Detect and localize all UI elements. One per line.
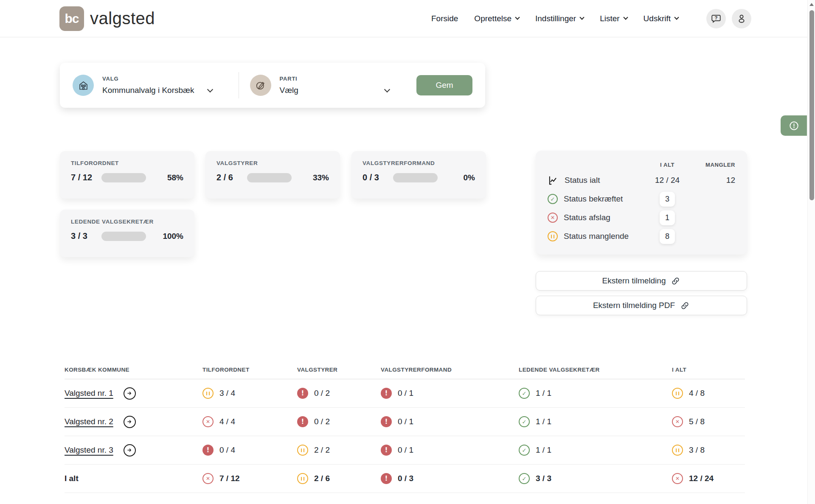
status-row-label: Status ialt — [565, 176, 642, 185]
progress-card-row: 2 / 6 33% — [216, 173, 329, 182]
status-icon — [519, 473, 530, 484]
status-mangler-value: 12 — [693, 176, 735, 185]
cell-value: 3 / 4 — [219, 389, 235, 398]
status-icon — [672, 416, 683, 427]
valgsted-link[interactable]: Valgsted nr. 3 — [65, 445, 113, 455]
valgsted-link[interactable]: Valgsted nr. 1 — [65, 389, 113, 398]
status-icon — [297, 473, 308, 484]
progress-card-percent: 100% — [154, 232, 183, 241]
arrow-right-circle-icon[interactable] — [124, 444, 136, 456]
parti-value-row: Vælg — [280, 86, 405, 95]
progress-card-valgstyrer: VALGSTYRER 2 / 6 33% — [205, 151, 340, 199]
check-circle-icon — [548, 194, 558, 204]
status-icon — [202, 473, 214, 484]
progress-card-ledende-valgsekretaer: LEDENDE VALGSEKRETÆR 3 / 3 100% — [60, 210, 194, 257]
house-icon — [73, 75, 94, 96]
status-row-manglende: Status manglende 8 — [548, 227, 735, 246]
link-icon — [680, 301, 690, 311]
nav-udskrift[interactable]: Udskrift — [644, 14, 678, 23]
status-icon — [519, 445, 530, 456]
progress-card-row: 3 / 3 100% — [71, 231, 183, 241]
brand-logo[interactable]: bc valgsted — [59, 6, 155, 31]
cell-value: 7 / 12 — [219, 474, 240, 483]
count-badge: 8 — [660, 229, 675, 244]
cell-value: 3 / 3 — [536, 474, 551, 483]
filter-card: VALG Kommunalvalg i Korsbæk PARTI Vælg — [60, 63, 485, 108]
edit-pencil-icon — [250, 75, 271, 96]
nav-udskrift-label: Udskrift — [644, 14, 671, 23]
status-row-label: Status manglende — [564, 232, 642, 241]
cell-value: 4 / 8 — [689, 389, 705, 398]
ekstern-tilmelding-pdf-button[interactable]: Ekstern tilmelding PDF — [536, 296, 747, 315]
column-header-ialt: I ALT — [642, 162, 693, 168]
nav-oprettelse[interactable]: Oprettelse — [474, 14, 519, 23]
cell-value: 0 / 2 — [314, 417, 330, 426]
status-icon — [519, 388, 530, 399]
top-bar: bc valgsted Forside Oprettelse Indstilli… — [0, 0, 815, 37]
status-row-bekraeftet: Status bekræftet 3 — [548, 190, 735, 208]
status-icon — [672, 473, 683, 484]
valg-select[interactable]: VALG Kommunalvalg i Korsbæk — [73, 75, 228, 96]
nav-indstillinger[interactable]: Indstillinger — [535, 14, 584, 23]
logo-mark: bc — [59, 6, 84, 31]
parti-select[interactable]: PARTI Vælg — [250, 75, 405, 96]
progress-card-label: LEDENDE VALGSEKRETÆR — [71, 218, 183, 225]
status-icon — [381, 473, 392, 484]
count-badge: 1 — [660, 210, 675, 225]
nav-lister[interactable]: Lister — [600, 14, 627, 23]
status-row-label: Status afslag — [564, 213, 642, 222]
status-icon — [381, 445, 392, 456]
arrow-right-circle-icon[interactable] — [124, 416, 136, 428]
count-badge: 3 — [660, 192, 675, 207]
link-icon — [671, 276, 680, 286]
progress-card-valgstyrerformand: VALGSTYRERFORMAND 0 / 3 0% — [351, 151, 486, 199]
chevron-down-icon — [515, 15, 520, 20]
scroll-up-arrow-icon[interactable] — [809, 3, 814, 6]
table-header-row: KORSBÆK KOMMUNE TILFORORDNET VALGSTYRER … — [65, 361, 745, 379]
total-row-label: I alt — [65, 474, 79, 483]
valg-label: VALG — [102, 76, 228, 82]
table-row: Valgsted nr. 2 4 / 4 0 / 2 0 / 1 1 / 1 5… — [65, 408, 745, 436]
chevron-down-icon — [674, 15, 679, 20]
account-button[interactable] — [732, 9, 751, 28]
cell-value: 3 / 8 — [689, 445, 705, 455]
cell-value: 0 / 4 — [219, 445, 235, 455]
chevron-down-icon — [207, 87, 213, 92]
ekstern-tilmelding-button[interactable]: Ekstern tilmelding — [536, 271, 747, 291]
status-icon — [202, 416, 214, 427]
parti-field: PARTI Vælg — [280, 76, 405, 95]
cell-value: 1 / 1 — [536, 417, 551, 426]
progress-card-percent: 0% — [445, 173, 475, 182]
table-row: Valgsted nr. 1 3 / 4 0 / 2 0 / 1 1 / 1 4… — [65, 379, 745, 408]
cell-value: 0 / 1 — [398, 389, 413, 398]
save-button[interactable]: Gem — [416, 75, 472, 95]
status-summary-panel: I ALT MANGLER Status ialt 12 / 24 12 Sta… — [536, 151, 747, 255]
chart-icon — [548, 175, 559, 186]
status-icon — [202, 388, 214, 399]
parti-selected-value: Vælg — [280, 86, 298, 95]
status-icon — [519, 416, 530, 427]
valg-value-row: Kommunalvalg i Korsbæk — [102, 86, 228, 95]
table-header-valgstyrerformand: VALGSTYRERFORMAND — [381, 367, 519, 373]
help-button[interactable]: ? — [706, 9, 726, 28]
cell-value: 0 / 2 — [314, 389, 330, 398]
valg-selected-value: Kommunalvalg i Korsbæk — [102, 86, 194, 95]
progress-bar — [101, 173, 146, 182]
divider — [239, 72, 239, 98]
nav-forside[interactable]: Forside — [431, 14, 458, 23]
pause-circle-icon — [548, 231, 558, 241]
info-side-tab[interactable] — [781, 115, 807, 136]
progress-card-value: 3 / 3 — [71, 231, 101, 241]
progress-card-label: TILFORORDNET — [71, 160, 183, 166]
table-header-ledende-valgsekretaer: LEDENDE VALGSEKRETÆR — [519, 367, 672, 373]
status-row-ialt: Status ialt 12 / 24 12 — [548, 171, 735, 190]
valgsted-link[interactable]: Valgsted nr. 2 — [65, 417, 113, 426]
scrollbar-thumb[interactable] — [809, 10, 814, 200]
valg-field: VALG Kommunalvalg i Korsbæk — [102, 76, 228, 95]
progress-card-row: 0 / 3 0% — [363, 173, 475, 182]
arrow-right-circle-icon[interactable] — [124, 387, 136, 400]
progress-card-percent: 58% — [154, 173, 183, 182]
button-label: Ekstern tilmelding PDF — [593, 301, 675, 310]
progress-bar — [247, 173, 292, 182]
progress-card-tilforordnet: TILFORORDNET 7 / 12 58% — [60, 151, 194, 199]
